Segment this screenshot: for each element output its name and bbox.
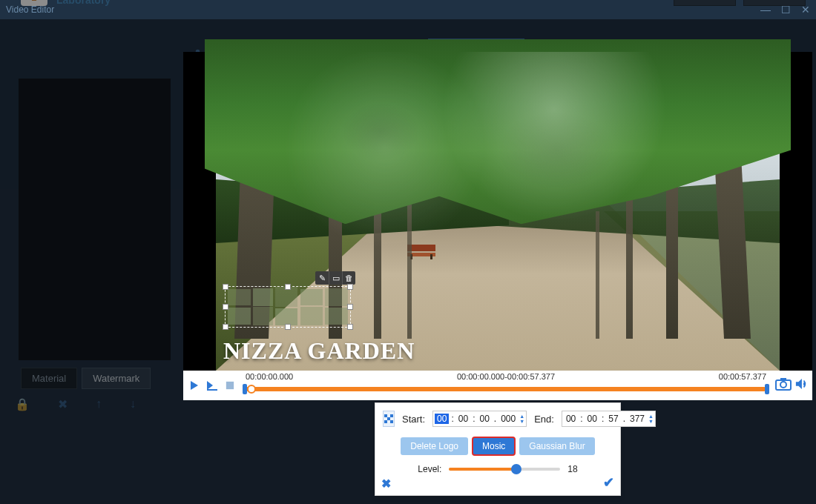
small-action-row: 🔒 ✖ ↑ ↓ <box>15 397 136 411</box>
chevron-up-icon[interactable]: ▲ <box>648 414 654 419</box>
up-icon[interactable]: ↑ <box>96 397 102 411</box>
video-preview[interactable]: ✎ ▭ 🗑 NIZZA GARDEN <box>216 52 780 371</box>
lock-icon[interactable]: 🔒 <box>15 397 30 411</box>
start-spinner[interactable]: ▲▼ <box>519 414 524 424</box>
svg-rect-16 <box>384 420 387 423</box>
level-label: Level: <box>418 464 441 474</box>
play-button[interactable] <box>188 379 201 392</box>
timeline-playhead[interactable] <box>247 385 256 394</box>
sidebar-panel <box>19 79 171 360</box>
level-slider-knob[interactable] <box>511 464 521 474</box>
level-value: 18 <box>567 464 577 474</box>
end-hh[interactable]: 00 <box>564 414 578 424</box>
svg-rect-10 <box>226 382 234 389</box>
camera-icon <box>775 377 792 391</box>
play-range-button[interactable] <box>205 379 219 392</box>
start-time-input[interactable]: 00: 00: 00. 000 ▲▼ <box>432 411 527 427</box>
chevron-down-icon[interactable]: ▼ <box>648 419 654 424</box>
preview-caption: NIZZA GARDEN <box>223 337 415 365</box>
end-mm[interactable]: 00 <box>585 414 599 424</box>
brand-cross-icon <box>21 0 47 6</box>
end-ss[interactable]: 57 <box>606 414 620 424</box>
mosaic-button[interactable]: Mosic <box>473 437 515 455</box>
timeline-range-label: 00:00:00.000-00:00:57.377 <box>457 372 555 381</box>
fullrange-toggle[interactable] <box>383 411 395 427</box>
video-stage: ✎ ▭ 🗑 NIZZA GARDEN <box>183 52 812 371</box>
tab-watermark[interactable]: Watermark <box>82 368 151 389</box>
svg-rect-18 <box>387 417 390 420</box>
window-title: Video Editor <box>6 4 54 15</box>
end-spinner[interactable]: ▲▼ <box>648 414 654 424</box>
chevron-up-icon[interactable]: ▲ <box>519 414 524 419</box>
panel-cancel-button[interactable]: ✖ <box>381 477 391 491</box>
stop-button[interactable] <box>223 379 237 392</box>
material-watermark-tabs: Material Watermark <box>21 368 151 389</box>
timeline-end-label: 00:00:57.377 <box>719 372 766 381</box>
end-ms[interactable]: 377 <box>628 414 647 424</box>
svg-point-12 <box>780 382 786 388</box>
mosaic-toolbar: ✎ ▭ 🗑 <box>315 271 355 285</box>
edit-icon[interactable]: ✎ <box>315 271 329 285</box>
remove-icon[interactable]: ✖ <box>58 397 68 411</box>
start-ms[interactable]: 000 <box>499 414 518 424</box>
watermark-panel: Start: 00: 00: 00. 000 ▲▼ End: 00: 00: 5… <box>375 402 621 496</box>
stop-icon <box>226 381 234 390</box>
ok-button[interactable]: OK <box>674 0 736 6</box>
play-range-icon <box>205 379 219 391</box>
timeline-start-label: 00:00:00.000 <box>246 372 293 381</box>
svg-rect-9 <box>207 389 217 391</box>
transport-bar: 00:00:00.000 00:00:00.000-00:00:57.377 0… <box>183 371 812 400</box>
volume-icon <box>794 378 808 390</box>
end-label: End: <box>534 414 554 425</box>
timeline[interactable]: 00:00:00.000 00:00:00.000-00:00:57.377 0… <box>241 371 771 400</box>
snapshot-button[interactable] <box>775 377 792 394</box>
footer-buttons: OK Cancel <box>674 0 806 6</box>
panel-confirm-button[interactable]: ✔ <box>603 474 614 491</box>
svg-rect-15 <box>390 414 393 417</box>
brand-line2: Laboratory <box>56 0 116 6</box>
start-mm[interactable]: 00 <box>456 414 470 424</box>
fullrange-icon <box>384 414 394 424</box>
mosaic-region[interactable] <box>225 286 351 328</box>
svg-rect-14 <box>384 414 387 417</box>
down-icon[interactable]: ↓ <box>130 397 136 411</box>
play-icon <box>188 379 200 391</box>
start-hh[interactable]: 00 <box>435 414 449 424</box>
svg-rect-13 <box>780 378 786 381</box>
start-label: Start: <box>402 414 425 425</box>
brand-logo: RENE.E Laboratory <box>21 0 116 6</box>
timeline-handle-end[interactable] <box>765 384 769 394</box>
svg-rect-17 <box>390 420 393 423</box>
image-icon[interactable]: ▭ <box>329 271 342 285</box>
chevron-down-icon[interactable]: ▼ <box>519 419 524 424</box>
level-slider[interactable] <box>449 468 560 471</box>
tab-material[interactable]: Material <box>21 368 77 389</box>
trash-icon[interactable]: 🗑 <box>342 271 355 285</box>
end-time-input[interactable]: 00: 00: 57. 377 ▲▼ <box>562 411 656 427</box>
start-ss[interactable]: 00 <box>477 414 491 424</box>
volume-button[interactable] <box>794 378 808 393</box>
gaussian-blur-button[interactable]: Gaussian Blur <box>519 437 594 455</box>
cancel-button[interactable]: Cancel <box>743 0 806 6</box>
delete-logo-button[interactable]: Delete Logo <box>401 437 468 455</box>
